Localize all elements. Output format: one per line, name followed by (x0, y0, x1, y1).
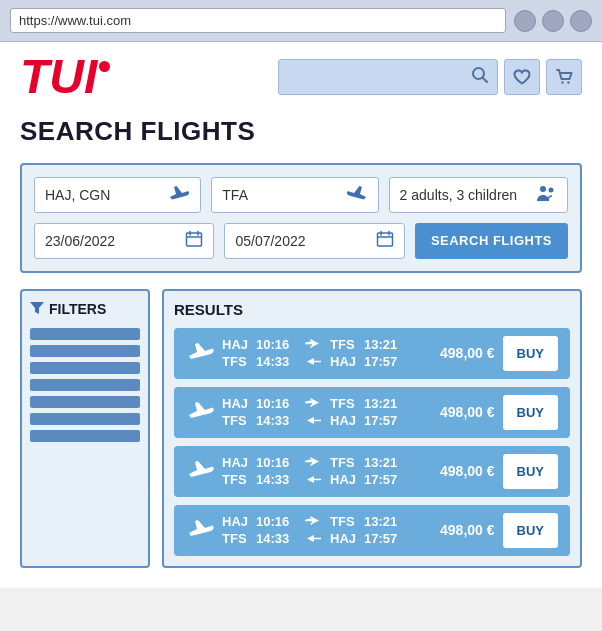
return-time2-3: 17:57 (364, 531, 404, 546)
outbound-segment-3: HAJ 10:16 TFS 14:33 (222, 514, 296, 546)
plane-icon-1 (186, 399, 214, 426)
destination-field[interactable]: TFA (211, 177, 378, 213)
date-from-field[interactable]: 23/06/2022 (34, 223, 214, 259)
svg-marker-14 (30, 302, 44, 314)
svg-point-2 (561, 82, 563, 84)
arrow-left-icon-3 (304, 533, 322, 545)
buy-button-2[interactable]: BUY (503, 454, 558, 489)
cart-button[interactable] (546, 59, 582, 95)
price-3: 498,00 € (440, 522, 495, 538)
date-from-value: 23/06/2022 (45, 233, 179, 249)
svg-point-4 (540, 186, 546, 192)
outbound-time1-0: 10:16 (256, 337, 296, 352)
plane-icon-0 (186, 340, 214, 367)
outbound-code2-1: TFS (330, 396, 360, 411)
arrow-right-icon-3 (304, 515, 322, 527)
svg-point-3 (567, 82, 569, 84)
buy-button-1[interactable]: BUY (503, 395, 558, 430)
results-area: FILTERS RESULTS HAJ 10:16 (20, 289, 582, 568)
price-0: 498,00 € (440, 345, 495, 361)
filter-bar-6[interactable] (30, 413, 140, 425)
inbound-segment-2: TFS 13:21 HAJ 17:57 (330, 455, 404, 487)
buy-button-3[interactable]: BUY (503, 513, 558, 548)
browser-btn-1[interactable] (514, 10, 536, 32)
svg-marker-20 (312, 399, 319, 406)
return-code2-0: HAJ (330, 354, 360, 369)
filter-bar-4[interactable] (30, 379, 140, 391)
filter-bar-2[interactable] (30, 345, 140, 357)
outbound-time2-2: 13:21 (364, 455, 404, 470)
favorites-button[interactable] (504, 59, 540, 95)
return-code2-2: HAJ (330, 472, 360, 487)
outbound-code2-0: TFS (330, 337, 360, 352)
filter-bar-3[interactable] (30, 362, 140, 374)
arrow-left-icon-0 (304, 356, 322, 368)
filters-panel: FILTERS (20, 289, 150, 568)
outbound-code1-1: HAJ (222, 396, 252, 411)
browser-buttons (514, 10, 592, 32)
outbound-segment-2: HAJ 10:16 TFS 14:33 (222, 455, 296, 487)
arrow-segment-2 (304, 456, 322, 486)
calendar-to-icon (376, 230, 394, 252)
tui-logo[interactable]: TUI (20, 57, 110, 98)
browser-btn-3[interactable] (570, 10, 592, 32)
destination-value: TFA (222, 187, 339, 203)
passengers-value: 2 adults, 3 children (400, 187, 529, 203)
passengers-icon (535, 184, 557, 206)
form-row-1: HAJ, CGN TFA 2 adults, 3 children (34, 177, 568, 213)
address-bar[interactable]: https://www.tui.com (10, 8, 506, 33)
arrow-segment-3 (304, 515, 322, 545)
svg-marker-16 (312, 340, 319, 347)
search-form: HAJ, CGN TFA 2 adults, 3 children (20, 163, 582, 273)
arrow-segment-0 (304, 338, 322, 368)
page-content: TUI (0, 42, 602, 588)
date-to-value: 05/07/2022 (235, 233, 369, 249)
flight-card: HAJ 10:16 TFS 14:33 TFS 13:21 (174, 387, 570, 438)
return-code1-3: TFS (222, 531, 252, 546)
search-bar[interactable] (278, 59, 498, 95)
return-code1-1: TFS (222, 413, 252, 428)
flight-list: HAJ 10:16 TFS 14:33 TFS 13:21 (174, 328, 570, 556)
svg-rect-6 (187, 233, 202, 246)
return-time1-3: 14:33 (256, 531, 296, 546)
results-title: RESULTS (174, 301, 570, 318)
arrow-left-icon-2 (304, 474, 322, 486)
svg-marker-28 (312, 517, 319, 524)
flight-card: HAJ 10:16 TFS 14:33 TFS 13:21 (174, 328, 570, 379)
filter-bar-1[interactable] (30, 328, 140, 340)
filter-bar-7[interactable] (30, 430, 140, 442)
return-code2-1: HAJ (330, 413, 360, 428)
outbound-time2-3: 13:21 (364, 514, 404, 529)
search-flights-button[interactable]: SEARCH FLIGHTS (415, 223, 568, 259)
flight-card: HAJ 10:16 TFS 14:33 TFS 13:21 (174, 446, 570, 497)
price-1: 498,00 € (440, 404, 495, 420)
return-code1-0: TFS (222, 354, 252, 369)
page-title: SEARCH FLIGHTS (20, 116, 582, 147)
return-time2-1: 17:57 (364, 413, 404, 428)
date-to-field[interactable]: 05/07/2022 (224, 223, 404, 259)
flight-depart-icon (168, 184, 190, 206)
flight-arrive-icon (346, 184, 368, 206)
return-code2-3: HAJ (330, 531, 360, 546)
arrow-right-icon-1 (304, 397, 322, 409)
return-time2-2: 17:57 (364, 472, 404, 487)
inbound-segment-1: TFS 13:21 HAJ 17:57 (330, 396, 404, 428)
return-time1-2: 14:33 (256, 472, 296, 487)
search-icon[interactable] (471, 66, 489, 88)
arrow-left-icon-1 (304, 415, 322, 427)
origin-field[interactable]: HAJ, CGN (34, 177, 201, 213)
filters-label: FILTERS (49, 301, 106, 317)
buy-button-0[interactable]: BUY (503, 336, 558, 371)
outbound-time1-2: 10:16 (256, 455, 296, 470)
flight-card: HAJ 10:16 TFS 14:33 TFS 13:21 (174, 505, 570, 556)
logo-text: TUI (20, 57, 97, 98)
passengers-field[interactable]: 2 adults, 3 children (389, 177, 568, 213)
arrow-segment-1 (304, 397, 322, 427)
svg-line-1 (483, 78, 488, 83)
svg-rect-10 (377, 233, 392, 246)
svg-marker-24 (312, 458, 319, 465)
filter-bar-5[interactable] (30, 396, 140, 408)
outbound-code2-3: TFS (330, 514, 360, 529)
browser-btn-2[interactable] (542, 10, 564, 32)
outbound-segment-1: HAJ 10:16 TFS 14:33 (222, 396, 296, 428)
